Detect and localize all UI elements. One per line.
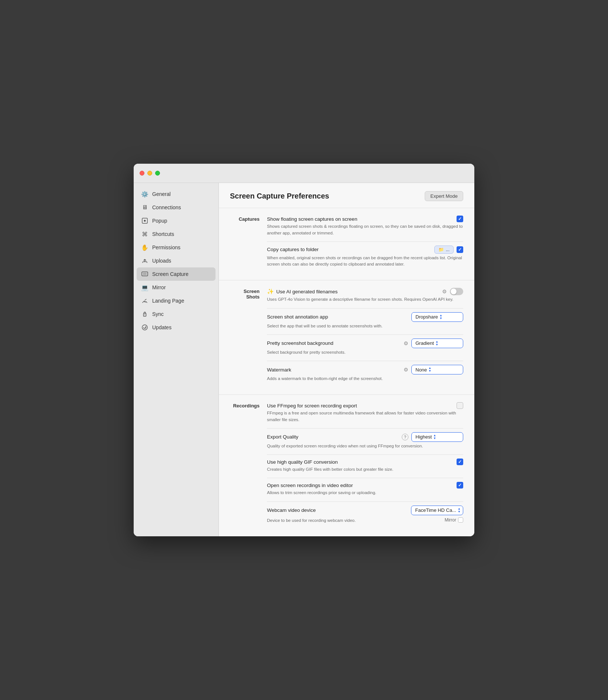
question-icon[interactable]: ? — [402, 434, 408, 440]
show-floating-header: Show floating screen captures on screen — [267, 216, 463, 222]
sidebar-item-label: Permissions — [152, 244, 180, 250]
gif-conversion-controls — [457, 459, 463, 465]
captures-body: Show floating screen captures on screen … — [267, 216, 463, 273]
screenshots-section: Screen Shots ✨ Use AI generated filename… — [219, 280, 474, 395]
watermark-dropdown[interactable]: None ▲ ▼ — [411, 365, 463, 374]
ffmpeg-controls — [457, 402, 463, 409]
svg-point-6 — [144, 314, 145, 315]
show-floating-row: Show floating screen captures on screen … — [267, 216, 463, 236]
sidebar-item-label: Uploads — [152, 258, 171, 264]
copy-folder-controls: 📁 ... — [434, 246, 463, 254]
annotation-app-row: Screen shot annotation app Dropshare ▲ ▼ — [267, 312, 463, 329]
webcam-desc: Device to be used for recording webcam v… — [267, 517, 356, 524]
recordings-label: Recordings — [230, 402, 267, 529]
down-arrow: ▼ — [440, 317, 442, 320]
page-title: Screen Capture Preferences — [230, 192, 329, 200]
mirror-control: Mirror — [445, 517, 463, 523]
svg-line-4 — [145, 299, 146, 300]
ai-filenames-toggle[interactable] — [450, 288, 463, 295]
gif-conversion-checkbox[interactable] — [457, 459, 463, 465]
ffmpeg-checkbox[interactable] — [457, 402, 463, 409]
sidebar-item-mirror[interactable]: 💻 Mirror — [137, 281, 216, 294]
shortcuts-icon: ⌘ — [141, 230, 148, 238]
webcam-title: Webcam video device — [267, 507, 316, 513]
down-arrow: ▼ — [435, 343, 438, 346]
ffmpeg-row: Use FFmpeg for screen recording export F… — [267, 402, 463, 423]
dropdown-arrows: ▲ ▼ — [428, 367, 431, 373]
sidebar-item-label: Shortcuts — [152, 231, 174, 237]
sidebar-item-popup[interactable]: Popup — [137, 214, 216, 227]
main-content: Screen Capture Preferences Expert Mode C… — [219, 183, 474, 536]
mirror-checkbox[interactable] — [458, 517, 463, 523]
sidebar-item-landing-page[interactable]: Landing Page — [137, 294, 216, 307]
pretty-bg-desc: Select background for pretty screenshots… — [267, 349, 463, 356]
copy-folder-checkbox[interactable] — [457, 246, 463, 253]
uploads-icon — [141, 257, 148, 264]
copy-folder-header: Copy captures to folder 📁 ... — [267, 246, 463, 254]
recordings-layout: Recordings Use FFmpeg for screen recordi… — [230, 402, 463, 529]
pretty-bg-dropdown[interactable]: Gradient ▲ ▼ — [411, 339, 463, 348]
watermark-gear-icon[interactable]: ⚙ — [404, 367, 408, 373]
recordings-body: Use FFmpeg for screen recording export F… — [267, 402, 463, 529]
pretty-bg-value: Gradient — [415, 340, 434, 346]
ai-filenames-controls: ⚙ — [442, 288, 463, 295]
webcam-dropdown[interactable]: FaceTime HD Ca... ▲ ▼ — [411, 506, 463, 515]
sidebar-item-updates[interactable]: Updates — [137, 321, 216, 334]
sidebar-item-label: Sync — [152, 311, 164, 317]
minimize-button[interactable] — [147, 171, 152, 176]
dropdown-arrows: ▲ ▼ — [433, 434, 436, 440]
close-button[interactable] — [140, 171, 144, 176]
sidebar-item-screen-capture[interactable]: Screen Capture — [137, 267, 216, 281]
expert-mode-button[interactable]: Expert Mode — [425, 191, 463, 201]
export-quality-row: Export Quality ? Highest ▲ ▼ — [267, 432, 463, 449]
pretty-bg-row: Pretty screenshot background ⚙ Gradient … — [267, 339, 463, 356]
pretty-bg-gear-icon[interactable]: ⚙ — [404, 340, 408, 346]
screenshots-label: Screen Shots — [230, 288, 267, 387]
divider — [267, 241, 463, 242]
app-window: ⚙️ General 🖥 Connections Popup ⌘ Shortcu… — [134, 164, 474, 536]
landing-page-icon — [141, 297, 148, 304]
popup-icon — [141, 217, 148, 224]
sidebar-item-connections[interactable]: 🖥 Connections — [137, 201, 216, 214]
divider — [267, 478, 463, 478]
export-quality-header: Export Quality ? Highest ▲ ▼ — [267, 432, 463, 442]
permissions-icon: ✋ — [141, 244, 148, 251]
ai-filenames-row: ✨ Use AI generated filenames ⚙ Uses GPT-… — [267, 288, 463, 303]
pretty-bg-title: Pretty screenshot background — [267, 340, 333, 346]
sidebar-item-sync[interactable]: Sync — [137, 307, 216, 321]
sidebar-item-general[interactable]: ⚙️ General — [137, 187, 216, 201]
ai-gear-icon[interactable]: ⚙ — [442, 289, 447, 294]
divider — [267, 361, 463, 361]
ffmpeg-desc: FFmpeg is a free and open source multime… — [267, 410, 463, 423]
divider — [267, 308, 463, 309]
sidebar-item-permissions[interactable]: ✋ Permissions — [137, 241, 216, 254]
folder-select-button[interactable]: 📁 ... — [434, 246, 454, 254]
gear-icon: ⚙️ — [141, 190, 148, 198]
dropdown-arrows: ▲ ▼ — [440, 314, 442, 320]
folder-ellipsis: ... — [446, 247, 450, 252]
mirror-label: Mirror — [445, 517, 456, 523]
webcam-controls: FaceTime HD Ca... ▲ ▼ — [411, 506, 463, 515]
show-floating-checkbox[interactable] — [457, 216, 463, 222]
export-quality-dropdown[interactable]: Highest ▲ ▼ — [411, 432, 463, 442]
pretty-bg-controls: ⚙ Gradient ▲ ▼ — [404, 339, 463, 348]
annotation-app-dropdown[interactable]: Dropshare ▲ ▼ — [411, 312, 463, 322]
pretty-bg-header: Pretty screenshot background ⚙ Gradient … — [267, 339, 463, 348]
ai-filenames-text: Use AI generated filenames — [276, 289, 338, 294]
updates-icon — [141, 324, 148, 331]
svg-point-7 — [142, 325, 147, 330]
sidebar: ⚙️ General 🖥 Connections Popup ⌘ Shortcu… — [134, 183, 219, 536]
video-editor-row: Open screen recordings in video editor A… — [267, 482, 463, 496]
annotation-app-desc: Select the app that will be used to anno… — [267, 323, 463, 329]
sparkle-icon: ✨ — [267, 288, 274, 295]
sidebar-item-uploads[interactable]: Uploads — [137, 254, 216, 267]
ffmpeg-header: Use FFmpeg for screen recording export — [267, 402, 463, 409]
gif-conversion-header: Use high quality GIF conversion — [267, 459, 463, 465]
annotation-app-header: Screen shot annotation app Dropshare ▲ ▼ — [267, 312, 463, 322]
title-bar — [134, 164, 474, 183]
export-quality-desc: Quality of exported screen recording vid… — [267, 443, 463, 449]
fullscreen-button[interactable] — [155, 171, 160, 176]
sidebar-item-shortcuts[interactable]: ⌘ Shortcuts — [137, 227, 216, 241]
video-editor-checkbox[interactable] — [457, 482, 463, 489]
watermark-value: None — [415, 367, 427, 373]
